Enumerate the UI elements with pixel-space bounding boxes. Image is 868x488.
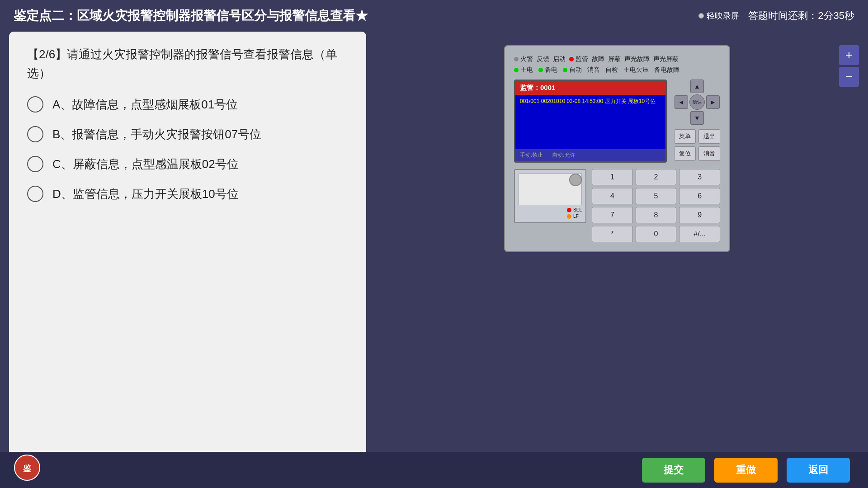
num-7-button[interactable]: 7: [592, 207, 633, 223]
screen-header: 监管：0001: [515, 81, 665, 95]
dpad-down-button[interactable]: ▼: [690, 111, 704, 125]
status-self-check: 自检: [605, 66, 618, 74]
status-main-undervolt: 主电欠压: [623, 66, 649, 74]
status-monitor-dot: [569, 57, 574, 61]
dpad-right-button[interactable]: ►: [706, 95, 720, 109]
num-star-button[interactable]: *: [592, 226, 633, 242]
device-panel: + − 火警 反馈 启动 监管: [366, 32, 868, 488]
status-shield: 屏蔽: [608, 55, 621, 63]
svg-text:鉴: 鉴: [23, 464, 32, 473]
option-b-circle[interactable]: [27, 126, 43, 142]
zoom-out-button[interactable]: −: [839, 67, 859, 87]
status-sound-shield-label: 声光屏蔽: [653, 55, 679, 63]
device-right-controls: ▲ ▼ ◄ ► 确认 菜单 退出 复位 消音: [674, 80, 720, 163]
redo-button[interactable]: 重做: [714, 458, 778, 483]
num-hash-button[interactable]: #/...: [679, 226, 720, 242]
option-d-text: D、监管信息，压力开关展板10号位: [52, 186, 239, 202]
status-main-power-label: 主电: [520, 66, 533, 74]
status-feedback-label: 反馈: [537, 55, 549, 63]
num-9-button[interactable]: 9: [679, 207, 720, 223]
dpad-up-button[interactable]: ▲: [690, 80, 704, 93]
printer-label-sel: SEL: [573, 207, 582, 212]
num-3-button[interactable]: 3: [679, 169, 720, 185]
printer-knob: [569, 174, 582, 186]
num-5-button[interactable]: 5: [636, 188, 677, 204]
printer-lights: SEL LF: [567, 207, 582, 219]
option-c-circle[interactable]: [27, 156, 43, 172]
menu-button[interactable]: 菜单: [674, 129, 696, 144]
submit-button[interactable]: 提交: [642, 458, 705, 483]
right-area: 轻映录屏 答题时间还剩：2分35秒: [698, 9, 854, 23]
page-title: 鉴定点二：区域火灾报警控制器报警信号区分与报警信息查看★: [14, 7, 368, 24]
bottom-bar: 鉴 提交 重做 返回: [0, 452, 868, 488]
device-status-row2: 主电 备电 自动 消音 自检 主电欠压: [514, 66, 720, 74]
printer-light-lf: LF: [567, 214, 582, 219]
status-backup-power: 备电: [538, 66, 557, 74]
status-fire-label: 火警: [520, 55, 533, 63]
fire-alarm-device: 火警 反馈 启动 监管 故障 屏蔽 声光故: [504, 45, 730, 252]
printer-led-lf: [567, 214, 571, 219]
option-b[interactable]: B、报警信息，手动火灾报警按钮07号位: [27, 126, 348, 142]
zoom-controls: + −: [839, 45, 859, 87]
status-main-undervolt-label: 主电欠压: [623, 66, 649, 74]
logo-area: 鉴: [14, 454, 41, 481]
dpad-center-button[interactable]: 确认: [689, 94, 705, 110]
status-backup-fault: 备电故障: [654, 66, 679, 74]
num-1-button[interactable]: 1: [592, 169, 633, 185]
option-c[interactable]: C、屏蔽信息，点型感温展板02号位: [27, 156, 348, 172]
status-fire: 火警: [514, 55, 533, 63]
device-printer: SEL LF: [514, 169, 586, 223]
status-self-check-label: 自检: [605, 66, 618, 74]
status-monitor-label: 监管: [576, 55, 588, 63]
option-a-circle[interactable]: [27, 96, 43, 113]
question-header: 【2/6】请通过火灾报警控制器的报警信号查看报警信息（单选）: [27, 45, 348, 83]
status-sound-shield: 声光屏蔽: [653, 55, 679, 63]
device-screen: 监管：0001 001/001 00201010 03-08 14:53:00 …: [514, 80, 667, 163]
num-8-button[interactable]: 8: [636, 207, 677, 223]
numpad-grid: 1 2 3 4 5 6 7 8 9 * 0 #/...: [592, 169, 720, 242]
num-0-button[interactable]: 0: [636, 226, 677, 242]
status-shield-label: 屏蔽: [608, 55, 621, 63]
status-fire-dot: [514, 57, 519, 61]
status-mute: 消音: [587, 66, 600, 74]
mute-button[interactable]: 消音: [698, 146, 720, 161]
option-c-text: C、屏蔽信息，点型感温展板02号位: [52, 156, 239, 172]
recording-indicator: 轻映录屏: [698, 10, 739, 21]
status-monitor: 监管: [569, 55, 588, 63]
back-button[interactable]: 返回: [787, 458, 850, 483]
dpad-left-button[interactable]: ◄: [675, 95, 688, 109]
device-screen-area: 监管：0001 001/001 00201010 03-08 14:53:00 …: [514, 80, 720, 163]
status-main-power-dot: [514, 68, 519, 72]
device-numpad: 1 2 3 4 5 6 7 8 9 * 0 #/...: [592, 169, 720, 242]
screen-header-text: 监管：0001: [520, 84, 555, 91]
dpad: ▲ ▼ ◄ ► 确认: [675, 80, 720, 125]
recording-label: 轻映录屏: [707, 10, 739, 21]
screen-footer: 手动:禁止 自动:允许: [515, 149, 665, 161]
status-start-label: 启动: [553, 55, 566, 63]
option-b-text: B、报警信息，手动火灾报警按钮07号位: [52, 127, 261, 142]
status-backup-power-label: 备电: [545, 66, 557, 74]
option-a[interactable]: A、故障信息，点型感烟展板01号位: [27, 96, 348, 113]
options-container: A、故障信息，点型感烟展板01号位 B、报警信息，手动火灾报警按钮07号位 C、…: [27, 96, 348, 202]
num-4-button[interactable]: 4: [592, 188, 633, 204]
status-fault: 故障: [592, 55, 604, 63]
printer-led-sel: [567, 208, 571, 212]
option-a-text: A、故障信息，点型感烟展板01号位: [52, 97, 238, 113]
reset-button[interactable]: 复位: [674, 146, 696, 161]
question-panel: 【2/6】请通过火灾报警控制器的报警信号查看报警信息（单选） A、故障信息，点型…: [9, 32, 366, 465]
status-auto: 自动: [563, 66, 582, 74]
status-backup-fault-label: 备电故障: [654, 66, 679, 74]
zoom-in-button[interactable]: +: [839, 45, 859, 65]
status-main-power: 主电: [514, 66, 533, 74]
main-content: 【2/6】请通过火灾报警控制器的报警信号查看报警信息（单选） A、故障信息，点型…: [0, 32, 868, 488]
screen-content: 001/001 00201010 03-08 14:53:00 压力开关 展板1…: [515, 95, 665, 149]
num-6-button[interactable]: 6: [679, 188, 720, 204]
option-d[interactable]: D、监管信息，压力开关展板10号位: [27, 186, 348, 202]
status-feedback: 反馈: [537, 55, 549, 63]
num-2-button[interactable]: 2: [636, 169, 677, 185]
status-auto-dot: [563, 68, 567, 72]
option-d-circle[interactable]: [27, 186, 43, 202]
logo-icon: 鉴: [14, 454, 41, 481]
exit-button[interactable]: 退出: [698, 129, 720, 144]
status-backup-power-dot: [538, 68, 543, 72]
